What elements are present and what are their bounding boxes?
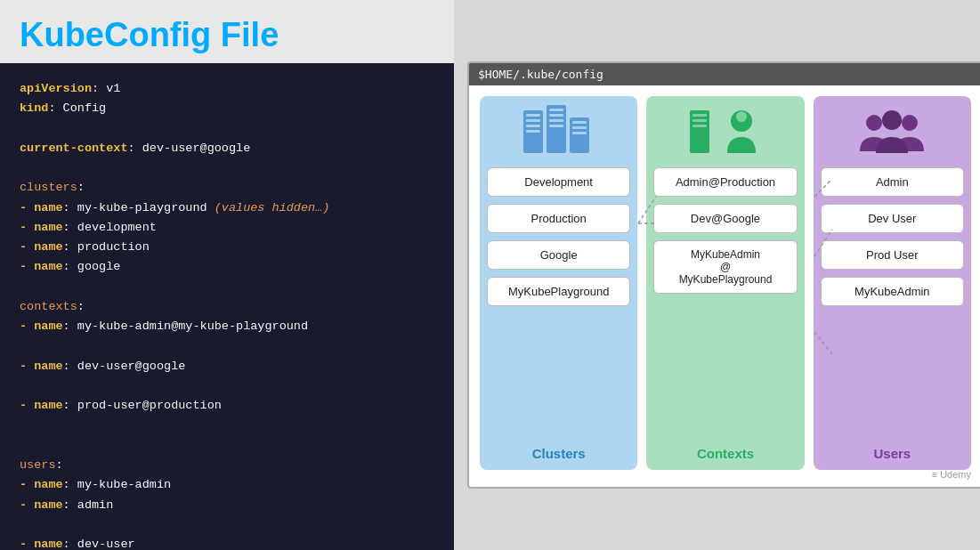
svg-rect-6 xyxy=(549,109,563,111)
code-line: - name: prod-user@production xyxy=(20,396,434,416)
code-line: - name: admin xyxy=(20,496,434,515)
code-line xyxy=(20,119,434,139)
code-line: clusters: xyxy=(20,178,434,198)
code-block: apiVersion: v1kind: Config current-conte… xyxy=(20,79,434,550)
code-line: - name: dev-user xyxy=(20,535,434,550)
svg-rect-13 xyxy=(572,132,587,134)
users-icon xyxy=(856,105,927,158)
cluster-item-mykubeplayground: MyKubePlayground xyxy=(487,277,630,306)
clusters-icon xyxy=(523,105,595,158)
cluster-item-google: Google xyxy=(487,240,630,270)
svg-rect-7 xyxy=(549,114,563,117)
svg-point-19 xyxy=(736,111,747,122)
users-label: Users xyxy=(873,446,911,461)
diagram-container: $HOME/.kube/config xyxy=(467,61,980,489)
svg-rect-12 xyxy=(572,126,587,129)
users-column: Admin Dev User Prod User MyKubeAdmin Use… xyxy=(814,96,971,470)
svg-rect-5 xyxy=(547,105,566,153)
code-line xyxy=(20,376,434,396)
svg-point-20 xyxy=(866,115,882,131)
user-item-dev-user: Dev User xyxy=(821,204,964,233)
svg-rect-11 xyxy=(572,121,587,124)
contexts-column: Admin@Production Dev@Google MyKubeAdmin … xyxy=(646,96,804,470)
svg-rect-8 xyxy=(549,119,563,122)
svg-rect-4 xyxy=(526,130,540,133)
code-line xyxy=(20,515,434,535)
cluster-item-production: Production xyxy=(487,204,630,233)
diagram-header: $HOME/.kube/config xyxy=(469,63,980,85)
page-title: KubeConfig File xyxy=(0,0,454,63)
code-line xyxy=(20,417,434,436)
svg-rect-15 xyxy=(692,114,707,117)
contexts-icon xyxy=(690,105,761,158)
user-item-mykubeadmin: MyKubeAdmin xyxy=(821,277,964,306)
code-line: users: xyxy=(20,456,434,475)
svg-rect-14 xyxy=(690,110,709,153)
code-line: - name: production xyxy=(20,238,434,257)
right-panel: $HOME/.kube/config xyxy=(454,0,980,550)
user-item-prod-user: Prod User xyxy=(821,240,964,270)
main-container: KubeConfig File apiVersion: v1kind: Conf… xyxy=(0,0,980,550)
svg-rect-16 xyxy=(692,119,707,122)
svg-rect-17 xyxy=(692,125,707,127)
svg-point-22 xyxy=(882,110,902,130)
code-line: - name: my-kube-admin xyxy=(20,475,434,495)
code-line: current-context: dev-user@google xyxy=(20,139,434,158)
svg-rect-9 xyxy=(549,125,563,127)
code-line: - name: dev-user@google xyxy=(20,357,434,376)
svg-rect-1 xyxy=(526,114,540,117)
code-line: apiVersion: v1 xyxy=(20,79,434,99)
context-item-mykubeadmin-playground: MyKubeAdmin @ MyKubePlayground xyxy=(653,240,797,294)
code-panel: apiVersion: v1kind: Config current-conte… xyxy=(0,63,454,550)
code-line: - name: my-kube-admin@my-kube-playground xyxy=(20,317,434,336)
diagram-body: Development Production Google MyKubePlay… xyxy=(469,85,980,481)
clusters-column: Development Production Google MyKubePlay… xyxy=(480,96,637,470)
code-line: kind: Config xyxy=(20,99,434,118)
contexts-label: Contexts xyxy=(697,446,754,461)
cluster-item-development: Development xyxy=(487,167,630,197)
code-line xyxy=(20,436,434,456)
user-item-admin: Admin xyxy=(821,167,964,197)
code-line: - name: my-kube-playground (values hidde… xyxy=(20,198,434,218)
code-line xyxy=(20,278,434,297)
svg-point-21 xyxy=(902,115,918,131)
code-line xyxy=(20,336,434,356)
clusters-label: Clusters xyxy=(532,446,586,461)
svg-rect-2 xyxy=(526,119,540,122)
code-line: - name: development xyxy=(20,218,434,238)
context-item-admin-production: Admin@Production xyxy=(653,167,797,197)
code-line xyxy=(20,158,434,178)
svg-rect-3 xyxy=(526,125,540,127)
udemy-badge: ≡ Udemy xyxy=(932,469,971,480)
code-line: - name: google xyxy=(20,257,434,277)
context-item-dev-google: Dev@Google xyxy=(653,204,797,233)
left-content: KubeConfig File apiVersion: v1kind: Conf… xyxy=(0,0,454,550)
code-line: contexts: xyxy=(20,297,434,317)
